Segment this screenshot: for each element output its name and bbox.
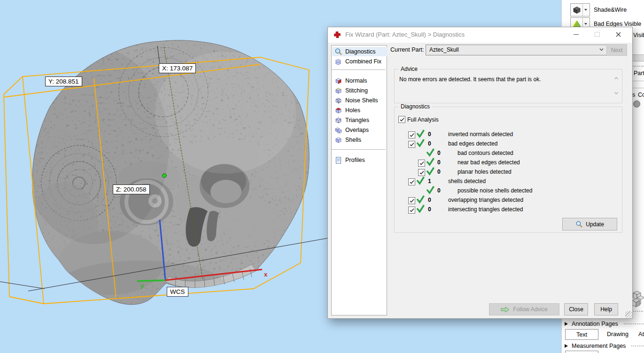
diag-row-inverted-normals: 0 inverted normals detected xyxy=(395,130,622,139)
nav-item-stitching[interactable]: Stitching xyxy=(332,86,388,95)
minimize-button[interactable] xyxy=(568,27,584,41)
advice-text: No more errors are detected. It seems th… xyxy=(399,76,541,83)
bad-edges-visible-label: Bad Edges Visible xyxy=(594,21,641,27)
chevron-down-icon xyxy=(599,47,604,52)
measure-label-x: X: 173.087 xyxy=(159,63,196,73)
ornament xyxy=(631,345,644,346)
ornament xyxy=(624,323,644,324)
nav-separator xyxy=(332,149,386,150)
nav-item-holes[interactable]: Holes xyxy=(332,106,388,115)
tab-text[interactable]: Text xyxy=(565,329,598,340)
divider xyxy=(632,88,644,88)
color-swatch[interactable] xyxy=(633,100,640,107)
row-checkbox[interactable] xyxy=(418,160,425,167)
ornament xyxy=(632,311,643,312)
stacked-sheets-icon xyxy=(334,58,342,66)
wcs-label: WCS xyxy=(167,287,188,297)
diag-row-possible-noise-shells: 0 possible noise shells detected xyxy=(395,187,622,195)
ok-check-icon xyxy=(426,166,435,176)
maximize-icon xyxy=(595,32,600,37)
magics-app: Y: 208.851 X: 173.087 Z: 200.058 WCS x y… xyxy=(0,0,644,353)
nav-item-profiles[interactable]: Profiles xyxy=(332,155,388,165)
resize-grip[interactable] xyxy=(625,311,632,318)
shade-wire-label: Shade&Wire xyxy=(594,7,627,13)
close-dialog-button[interactable]: Close xyxy=(564,303,588,315)
partial-button[interactable] xyxy=(632,54,644,61)
tab-drawing[interactable]: Drawing xyxy=(601,329,634,339)
full-analysis-label: Full Analysis xyxy=(407,116,439,123)
nav-item-triangles[interactable]: Triangles xyxy=(332,115,388,125)
green-arrow-icon xyxy=(501,307,510,313)
dialog-title: Fix Wizard (Part: Aztec_Skull) > Diagnos… xyxy=(345,31,465,38)
row-checkbox[interactable] xyxy=(408,131,415,138)
expander-icon[interactable] xyxy=(565,344,568,348)
diag-row-intersecting-triangles: 0 intersecting triangles detected xyxy=(395,206,622,214)
partial-tab[interactable] xyxy=(565,351,598,353)
diagnostics-groupbox: Diagnostics Full Analysis 0 inverted nor… xyxy=(394,107,622,233)
advice-groupbox: Advice No more errors are detected. It s… xyxy=(394,69,622,103)
help-button[interactable]: Help xyxy=(594,303,618,315)
dialog-titlebar[interactable]: Fix Wizard (Part: Aztec_Skull) > Diagnos… xyxy=(328,27,632,43)
row-checkbox[interactable] xyxy=(408,207,415,214)
cube-stack-icon[interactable] xyxy=(631,289,644,309)
nav-separator xyxy=(332,69,386,70)
fragment-colors-tab[interactable]: Col xyxy=(638,92,644,98)
full-analysis-checkbox[interactable] xyxy=(398,116,405,123)
maximize-button[interactable] xyxy=(589,27,605,41)
measurement-pages-label: Measurement Pages xyxy=(572,343,626,349)
dropdown-arrow[interactable] xyxy=(582,4,589,16)
tab-attributes-partial[interactable]: At xyxy=(636,329,644,339)
dark-cube-icon xyxy=(571,5,582,15)
magnifier-icon xyxy=(334,48,342,56)
wizard-nav: Diagnostics Combined Fix Normals xyxy=(331,45,387,315)
cube-red-top-icon xyxy=(334,107,342,115)
next-button[interactable]: Next xyxy=(606,44,627,56)
row-checkbox[interactable] xyxy=(408,197,415,204)
ok-check-icon xyxy=(416,138,425,147)
fragment-visible-label: Visibl xyxy=(633,32,644,38)
ok-check-icon xyxy=(426,185,435,194)
double-cube-icon xyxy=(334,126,342,134)
follow-advice-button[interactable]: Follow Advice xyxy=(489,303,559,315)
ok-check-icon xyxy=(426,157,435,166)
nav-item-noise-shells[interactable]: Noise Shells xyxy=(332,96,388,105)
row-checkbox[interactable] xyxy=(418,169,425,176)
measurement-pages-row[interactable]: Measurement Pages xyxy=(565,341,644,351)
red-cross-app-icon xyxy=(334,31,341,38)
ornament xyxy=(632,66,644,67)
close-icon xyxy=(616,32,621,37)
cube-icon xyxy=(334,136,342,144)
nav-item-diagnostics[interactable]: Diagnostics xyxy=(332,47,388,56)
measure-label-y: Y: 208.851 xyxy=(45,77,82,86)
current-part-combobox[interactable]: Aztec_Skull xyxy=(426,45,607,55)
cube-noise-icon xyxy=(334,97,342,105)
ok-check-icon xyxy=(416,204,425,213)
nav-item-combined-fix[interactable]: Combined Fix xyxy=(332,57,388,66)
pages-panel: Annotation Pages Text Drawing At Measure… xyxy=(562,318,644,353)
ok-check-icon xyxy=(426,147,435,157)
diagnostics-legend: Diagnostics xyxy=(399,103,432,110)
document-icon xyxy=(334,156,342,164)
advice-legend: Advice xyxy=(399,66,419,72)
fix-wizard-dialog: Fix Wizard (Part: Aztec_Skull) > Diagnos… xyxy=(327,27,633,319)
scroll-up-icon[interactable] xyxy=(613,76,619,81)
annotation-pages-label: Annotation Pages xyxy=(572,321,618,327)
scroll-down-icon[interactable] xyxy=(613,90,619,96)
annotation-pages-row[interactable]: Annotation Pages xyxy=(565,319,644,329)
update-button[interactable]: Update xyxy=(562,218,617,230)
diag-row-overlapping-triangles: 0 overlapping triangles detected xyxy=(395,196,622,205)
cube-wireframe-icon xyxy=(334,116,342,124)
fragment-part-fixing-tab[interactable]: Part F xyxy=(634,70,644,77)
nav-item-normals[interactable]: Normals xyxy=(332,76,388,85)
diag-row-planar-holes: 0 planar holes detected xyxy=(395,168,622,176)
nav-item-shells[interactable]: Shells xyxy=(332,135,388,145)
toolbar-row-shade-wire: Shade&Wire xyxy=(570,3,627,16)
row-checkbox[interactable] xyxy=(408,141,415,148)
shade-wire-button[interactable] xyxy=(570,3,590,16)
minimize-icon xyxy=(574,34,579,35)
ok-check-icon xyxy=(416,176,425,185)
row-checkbox[interactable] xyxy=(408,178,415,185)
close-button[interactable] xyxy=(610,27,626,41)
expander-icon[interactable] xyxy=(565,322,568,326)
nav-item-overlaps[interactable]: Overlaps xyxy=(332,125,388,135)
